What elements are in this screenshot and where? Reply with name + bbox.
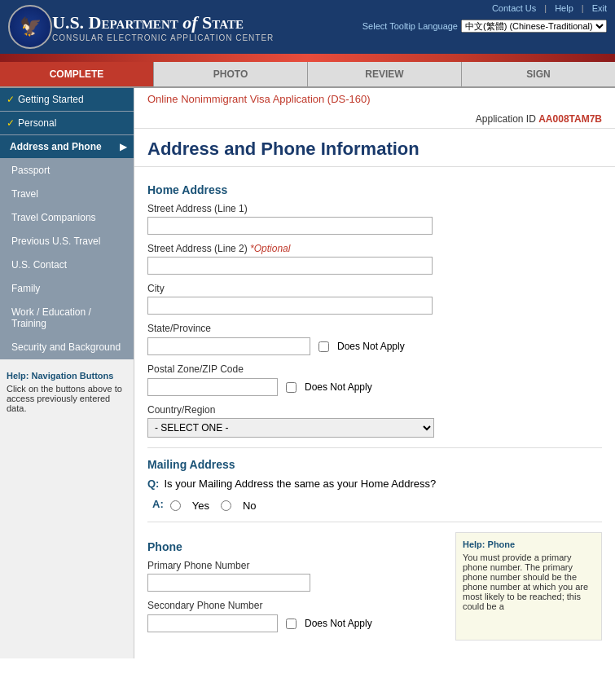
mailing-radio-group: Yes No	[170, 500, 257, 512]
state-input[interactable]	[147, 337, 310, 355]
sidebar-label-personal: Personal	[18, 117, 56, 129]
sidebar-item-family[interactable]: Family	[0, 277, 134, 301]
sidebar-item-travel[interactable]: Travel	[0, 183, 134, 206]
street2-group: Street Address (Line 2) *Optional	[147, 243, 602, 275]
state-label: State/Province	[147, 323, 602, 334]
city-input[interactable]	[147, 297, 433, 315]
sidebar-label-passport: Passport	[11, 165, 50, 176]
postal-input[interactable]	[147, 378, 278, 396]
mailing-no-label: No	[243, 500, 257, 512]
secondary-phone-group: Secondary Phone Number Does Not Apply	[147, 600, 442, 632]
sidebar-item-travel-companions[interactable]: Travel Companions	[0, 206, 134, 230]
phone-help-header: Help: Phone	[463, 539, 595, 549]
divider1	[147, 447, 602, 448]
help-link[interactable]: Help	[555, 3, 573, 13]
country-group: Country/Region - SELECT ONE -	[147, 404, 602, 438]
sidebar-item-work-edu[interactable]: Work / Education / Training	[0, 301, 134, 336]
postal-dna-checkbox[interactable]	[286, 382, 297, 393]
state-dna-label: Does Not Apply	[337, 341, 405, 352]
home-address-section: Home Address Street Address (Line 1) Str…	[147, 183, 602, 438]
mailing-question-row: Q: Is your Mailing Address the same as y…	[147, 478, 602, 490]
primary-phone-label: Primary Phone Number	[147, 560, 442, 571]
sidebar-label-family: Family	[11, 283, 40, 294]
tab-review[interactable]: REVIEW	[308, 62, 462, 86]
primary-phone-input[interactable]	[147, 574, 310, 592]
primary-phone-group: Primary Phone Number	[147, 560, 442, 592]
sidebar-item-passport[interactable]: Passport	[0, 159, 134, 183]
lang-label: Select Tooltip Language	[362, 21, 458, 31]
sidebar-label-travel-companions: Travel Companions	[11, 212, 96, 223]
sidebar-help: Help: Navigation Buttons Click on the bu…	[0, 363, 134, 421]
home-address-title: Home Address	[147, 183, 602, 196]
phone-help-text: You must provide a primary phone number.…	[463, 553, 595, 611]
postal-group: Postal Zone/ZIP Code Does Not Apply	[147, 363, 602, 396]
sidebar-item-getting-started[interactable]: ✓ Getting Started	[0, 88, 134, 112]
arrow-icon: ▶	[120, 141, 127, 152]
secondary-phone-row: Does Not Apply	[147, 614, 442, 632]
country-select[interactable]: - SELECT ONE -	[147, 418, 434, 438]
tab-photo[interactable]: PHOTO	[154, 62, 308, 86]
mailing-no-radio[interactable]	[221, 500, 231, 511]
sidebar-item-prev-travel[interactable]: Previous U.S. Travel	[0, 230, 134, 253]
postal-dna-label: Does Not Apply	[305, 381, 372, 393]
content-area: Home Address Street Address (Line 1) Str…	[134, 167, 615, 649]
phone-help-layout: Phone Primary Phone Number Secondary Pho…	[147, 532, 602, 641]
sidebar-label-security-bg: Security and Background	[11, 341, 121, 353]
phone-help-box: Help: Phone You must provide a primary p…	[455, 532, 602, 641]
street1-input[interactable]	[147, 217, 433, 235]
city-group: City	[147, 283, 602, 315]
banner-strip	[0, 54, 615, 62]
street2-input[interactable]	[147, 257, 433, 275]
sidebar: ✓ Getting Started ✓ Personal Address and…	[0, 88, 134, 658]
state-row: Does Not Apply	[147, 337, 602, 355]
mailing-question-text: Is your Mailing Address the same as your…	[164, 478, 436, 490]
a-label: A:	[152, 498, 164, 510]
sidebar-help-title: Help: Navigation Buttons	[7, 371, 113, 381]
street1-label: Street Address (Line 1)	[147, 203, 602, 214]
page-layout: ✓ Getting Started ✓ Personal Address and…	[0, 88, 615, 658]
app-id-label: Application ID	[476, 113, 536, 125]
department-name: U.S. Department of State	[52, 12, 274, 33]
sidebar-label-travel: Travel	[11, 188, 38, 200]
sidebar-help-text: Click on the buttons above to access pre…	[7, 384, 127, 413]
sidebar-label-address-phone: Address and Phone	[10, 141, 102, 152]
postal-row: Does Not Apply	[147, 378, 602, 396]
state-group: State/Province Does Not Apply	[147, 323, 602, 355]
q-label: Q:	[147, 478, 159, 490]
sidebar-item-us-contact[interactable]: U.S. Contact	[0, 253, 134, 277]
header-links: Contact Us | Help | Exit	[492, 0, 607, 16]
header: 🦅 U.S. Department of State CONSULAR ELEC…	[0, 0, 615, 54]
header-title: U.S. Department of State CONSULAR ELECTR…	[52, 12, 274, 42]
phone-title: Phone	[147, 540, 442, 553]
sidebar-label-work-edu: Work / Education / Training	[11, 306, 127, 329]
contact-us-link[interactable]: Contact Us	[492, 3, 536, 13]
mailing-yes-radio[interactable]	[170, 500, 181, 511]
state-dna-checkbox[interactable]	[318, 341, 329, 352]
check-icon: ✓	[7, 94, 15, 105]
lang-dropdown[interactable]: 中文(繁體) (Chinese-Traditional)	[461, 20, 607, 33]
dept-subtitle: CONSULAR ELECTRONIC APPLICATION CENTER	[52, 33, 274, 42]
exit-link[interactable]: Exit	[592, 3, 607, 13]
sidebar-item-security-bg[interactable]: Security and Background	[0, 336, 134, 359]
header-right: Contact Us | Help | Exit Select Tooltip …	[362, 0, 607, 33]
tab-complete[interactable]: COMPLETE	[0, 62, 154, 86]
country-label: Country/Region	[147, 404, 602, 416]
ds160-link[interactable]: Online Nonimmigrant Visa Application (DS…	[134, 88, 615, 110]
secondary-dna-label: Does Not Apply	[305, 618, 372, 629]
sidebar-label-getting-started: Getting Started	[18, 94, 84, 105]
street2-label: Street Address (Line 2) *Optional	[147, 243, 602, 254]
main-content: Online Nonimmigrant Visa Application (DS…	[134, 88, 615, 658]
tab-sign[interactable]: SIGN	[462, 62, 615, 86]
phone-section: Phone Primary Phone Number Secondary Pho…	[147, 532, 442, 641]
sidebar-item-personal[interactable]: ✓ Personal	[0, 112, 134, 135]
mailing-answer-row: A: Yes No	[152, 496, 602, 512]
city-label: City	[147, 283, 602, 294]
sidebar-item-address-phone[interactable]: Address and Phone ▶	[0, 135, 134, 159]
secondary-phone-input[interactable]	[147, 614, 278, 632]
secondary-dna-checkbox[interactable]	[286, 619, 297, 629]
app-id-value: AA008TAM7B	[538, 113, 602, 125]
nav-tabs: COMPLETE PHOTO REVIEW SIGN	[0, 62, 615, 88]
mailing-address-section: Mailing Address Q: Is your Mailing Addre…	[147, 458, 602, 512]
postal-label: Postal Zone/ZIP Code	[147, 363, 602, 375]
street1-group: Street Address (Line 1)	[147, 203, 602, 235]
